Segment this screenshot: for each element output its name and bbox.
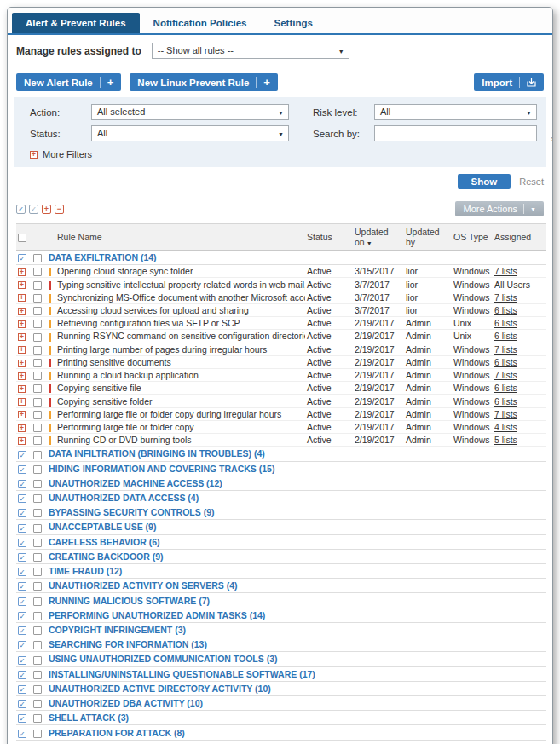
group-name[interactable]: SEARCHING FOR INFORMATION (13) (47, 637, 546, 652)
group-toggle-icon[interactable]: ✓ (18, 494, 26, 503)
group-checkbox[interactable] (33, 626, 42, 635)
group-checkbox[interactable] (33, 597, 42, 606)
group-name[interactable]: DATA EXFILTRATION (14) (47, 251, 546, 265)
assigned-link[interactable]: 6 lists (494, 383, 517, 393)
assigned-link[interactable]: 5 lists (494, 435, 517, 445)
group-toggle-icon[interactable]: ✓ (18, 626, 26, 635)
more-filters-toggle[interactable]: + More Filters (30, 147, 537, 163)
group-name[interactable]: UNAUTHORIZED ACTIVITY ON SERVERS (4) (47, 579, 546, 593)
rule-expand-icon[interactable]: + (18, 437, 26, 445)
group-checkbox[interactable] (33, 465, 42, 474)
rule-expand-icon[interactable]: + (18, 398, 26, 406)
group-checkbox[interactable] (33, 524, 42, 533)
group-toggle-icon[interactable]: ✓ (18, 685, 26, 694)
tab-alert-prevent-rules[interactable]: Alert & Prevent Rules (12, 13, 140, 33)
assigned-link[interactable]: 6 lists (494, 357, 517, 367)
group-toggle-icon[interactable]: ✓ (18, 568, 26, 576)
more-actions-button[interactable]: More Actions ▼ (455, 201, 544, 216)
assigned-link[interactable]: 4 lists (494, 422, 517, 432)
select-all-icon[interactable]: ✓ (16, 205, 26, 214)
group-toggle-icon[interactable]: ✓ (18, 480, 26, 488)
group-toggle-icon[interactable]: ✓ (18, 671, 26, 679)
rule-checkbox[interactable] (33, 372, 42, 380)
group-toggle-icon[interactable]: ✓ (18, 612, 26, 620)
group-name[interactable]: COPYRIGHT INFRINGEMENT (3) (47, 622, 546, 637)
group-toggle-icon[interactable]: ✓ (18, 539, 26, 547)
risk-level-filter-select[interactable]: All ▼ (374, 104, 537, 120)
group-checkbox[interactable] (33, 451, 42, 459)
rule-checkbox[interactable] (33, 307, 42, 315)
col-updated-on[interactable]: Updated on▼ (353, 224, 404, 251)
rule-checkbox[interactable] (33, 398, 42, 407)
rule-checkbox[interactable] (33, 424, 42, 432)
deselect-all-icon[interactable]: ✓ (29, 205, 38, 214)
rule-checkbox[interactable] (33, 436, 42, 445)
group-checkbox[interactable] (33, 685, 42, 694)
collapse-all-icon[interactable]: − (55, 205, 64, 214)
group-checkbox[interactable] (33, 568, 42, 576)
assigned-link[interactable]: 7 lists (494, 370, 517, 380)
rule-checkbox[interactable] (33, 346, 42, 355)
rule-expand-icon[interactable]: + (18, 360, 26, 367)
group-checkbox[interactable] (33, 671, 42, 679)
rule-expand-icon[interactable]: + (18, 320, 26, 328)
new-linux-prevent-rule-button[interactable]: New Linux Prevent Rule + (130, 73, 278, 91)
assigned-link[interactable]: 7 lists (494, 266, 517, 276)
rule-expand-icon[interactable]: + (18, 308, 26, 315)
show-button[interactable]: Show (458, 174, 511, 189)
group-checkbox[interactable] (33, 254, 42, 262)
group-toggle-icon[interactable]: ✓ (18, 597, 26, 606)
group-name[interactable]: CREATING BACKDOOR (9) (47, 549, 546, 563)
group-name[interactable]: UNAUTHORIZED MACHINE ACCESS (12) (47, 476, 546, 490)
group-checkbox[interactable] (33, 656, 42, 665)
assigned-link[interactable]: 7 lists (494, 344, 517, 355)
group-checkbox[interactable] (33, 539, 42, 547)
group-checkbox[interactable] (33, 509, 42, 517)
group-toggle-icon[interactable]: ✓ (18, 656, 26, 665)
group-name[interactable]: UNAUTHORIZED ACTIVE DIRECTORY ACTIVITY (… (47, 681, 546, 695)
rule-expand-icon[interactable]: + (18, 424, 26, 432)
col-updated-by[interactable]: Updated by (404, 224, 452, 251)
group-name[interactable]: PREPARATION FOR ATTACK (8) (47, 725, 546, 740)
rule-expand-icon[interactable]: + (18, 281, 26, 289)
rule-checkbox[interactable] (33, 359, 42, 367)
group-toggle-icon[interactable]: ✓ (18, 730, 26, 738)
group-name[interactable]: BYPASSING SECURITY CONTROLS (9) (47, 505, 546, 520)
col-rule-name[interactable]: Rule Name (55, 224, 305, 251)
group-checkbox[interactable] (33, 714, 42, 723)
rule-checkbox[interactable] (33, 333, 42, 342)
group-name[interactable]: INSTALLING/UNINSTALLING QUESTIONABLE SOF… (47, 666, 546, 681)
assigned-link[interactable]: 6 lists (494, 305, 517, 315)
group-toggle-icon[interactable]: ✓ (18, 465, 26, 474)
group-checkbox[interactable] (33, 582, 42, 591)
group-name[interactable]: RUNNING MALICIOUS SOFTWARE (7) (47, 593, 546, 608)
group-toggle-icon[interactable]: ✓ (18, 714, 26, 723)
assigned-link[interactable]: 7 lists (494, 409, 517, 419)
rule-checkbox[interactable] (33, 384, 42, 393)
collapse-filters-chevron-icon[interactable]: › (551, 133, 553, 145)
group-checkbox[interactable] (33, 480, 42, 488)
rule-expand-icon[interactable]: + (18, 385, 26, 393)
group-name[interactable]: UNAUTHORIZED DBA ACTIVITY (10) (47, 696, 546, 711)
group-name[interactable]: UNACCEPTABLE USE (9) (47, 520, 546, 534)
group-name[interactable]: DATA INFILTRATION (BRINGING IN TROUBLES)… (47, 447, 546, 461)
group-name[interactable]: USING UNAUTHORIZED COMMUNICATION TOOLS (… (47, 652, 546, 666)
group-toggle-icon[interactable]: ✓ (18, 254, 26, 262)
group-name[interactable]: CARELESS BEHAVIOR (6) (47, 534, 546, 549)
assigned-link[interactable]: 6 lists (494, 318, 517, 328)
assigned-link[interactable]: 6 lists (494, 331, 517, 341)
group-name[interactable]: SHELL ATTACK (3) (47, 711, 546, 725)
group-toggle-icon[interactable]: ✓ (18, 509, 26, 517)
rule-checkbox[interactable] (33, 268, 42, 276)
assigned-link[interactable]: 7 lists (494, 292, 517, 303)
rule-expand-icon[interactable]: + (18, 411, 26, 418)
reset-link[interactable]: Reset (519, 176, 544, 187)
group-name[interactable]: UNAUTHORIZED DATA ACCESS (4) (47, 490, 546, 505)
expand-all-icon[interactable]: + (42, 205, 51, 214)
rules-scope-select[interactable]: -- Show all rules -- ▼ (152, 43, 349, 59)
assigned-link[interactable]: 6 lists (494, 396, 517, 407)
group-toggle-icon[interactable]: ✓ (18, 524, 26, 533)
rule-checkbox[interactable] (33, 411, 42, 419)
col-os-type[interactable]: OS Type (452, 224, 493, 251)
rule-checkbox[interactable] (33, 294, 42, 303)
